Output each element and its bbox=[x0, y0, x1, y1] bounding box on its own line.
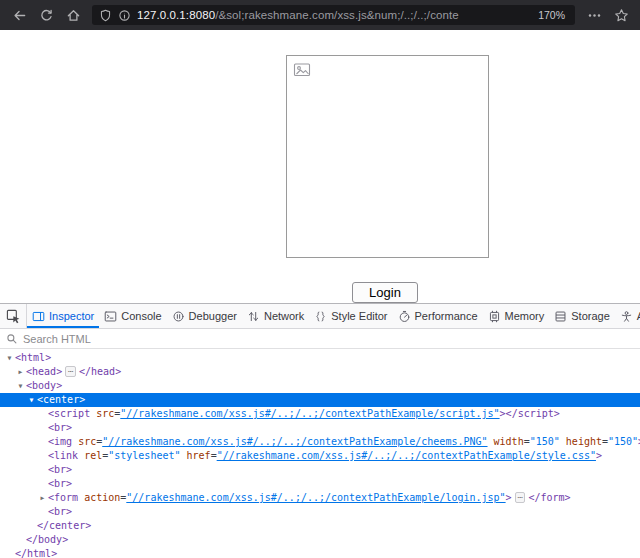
home-button[interactable] bbox=[60, 3, 86, 27]
tab-console[interactable]: Console bbox=[99, 304, 166, 328]
tab-network[interactable]: Network bbox=[242, 304, 309, 328]
tab-inspector[interactable]: Inspector bbox=[27, 304, 99, 328]
tab-style-editor[interactable]: Style Editor bbox=[309, 304, 392, 328]
tab-label: Network bbox=[264, 310, 304, 322]
markup-node-br[interactable]: <br> bbox=[0, 477, 640, 491]
markup-node-br[interactable]: <br> bbox=[0, 505, 640, 519]
bookmark-button[interactable] bbox=[608, 3, 634, 27]
tab-label: Performance bbox=[415, 310, 478, 322]
performance-icon bbox=[398, 310, 411, 323]
style-editor-icon bbox=[314, 310, 327, 323]
tab-accessibility[interactable]: Accessibility bbox=[615, 304, 640, 328]
console-icon bbox=[104, 310, 117, 323]
tab-performance[interactable]: Performance bbox=[393, 304, 483, 328]
pick-element-icon bbox=[6, 309, 21, 324]
web-page-viewport: Login bbox=[0, 30, 640, 303]
meatball-menu-icon bbox=[587, 8, 602, 23]
back-button[interactable] bbox=[6, 3, 32, 27]
tab-debugger[interactable]: Debugger bbox=[167, 304, 242, 328]
firefox-window: 127.0.0.1:8080/&sol;rakeshmane.com/xss.j… bbox=[0, 0, 640, 558]
collapsed-content-ellipsis[interactable]: ⋯ bbox=[515, 492, 526, 503]
tab-label: Inspector bbox=[49, 310, 94, 322]
url-host: 127.0.0.1:8080 bbox=[137, 9, 215, 21]
markup-node-link[interactable]: <link rel="stylesheet" href="//rakeshman… bbox=[0, 449, 640, 463]
tab-label: Debugger bbox=[189, 310, 237, 322]
broken-image-icon bbox=[293, 62, 311, 78]
debugger-icon bbox=[172, 310, 185, 323]
tab-label: Console bbox=[121, 310, 161, 322]
tab-storage[interactable]: Storage bbox=[549, 304, 615, 328]
pick-element-button[interactable] bbox=[0, 304, 27, 328]
markup-node-img[interactable]: <img src="//rakeshmane.com/xss.js#/..;/.… bbox=[0, 435, 640, 449]
markup-node-form[interactable]: ▶<form action="//rakeshmane.com/xss.js#/… bbox=[0, 491, 640, 505]
markup-node-head[interactable]: ▶<head>⋯</head> bbox=[0, 365, 640, 379]
markup-node-br[interactable]: <br> bbox=[0, 421, 640, 435]
bookmark-star-icon bbox=[614, 8, 629, 23]
zoom-indicator[interactable]: 170% bbox=[535, 8, 568, 22]
info-icon[interactable] bbox=[118, 9, 131, 22]
memory-icon bbox=[488, 310, 501, 323]
search-icon bbox=[6, 333, 18, 345]
expand-arrow-icon[interactable]: ▶ bbox=[15, 365, 26, 379]
markup-node-script[interactable]: <script src="//rakeshmane.com/xss.js#/..… bbox=[0, 407, 640, 421]
url-path: /&sol;rakeshmane.com/xss.js&num;/..;/..;… bbox=[215, 9, 459, 21]
page-actions-menu-button[interactable] bbox=[581, 3, 607, 27]
tab-label: Memory bbox=[505, 310, 545, 322]
markup-node-center-close[interactable]: </center> bbox=[0, 519, 640, 533]
devtools-panel: Inspector Console Debugger Network Style… bbox=[0, 303, 640, 558]
collapsed-content-ellipsis[interactable]: ⋯ bbox=[65, 366, 76, 377]
login-button[interactable]: Login bbox=[352, 282, 418, 303]
tab-label: Storage bbox=[571, 310, 610, 322]
tab-memory[interactable]: Memory bbox=[483, 304, 550, 328]
reload-icon bbox=[39, 8, 54, 23]
accessibility-icon bbox=[620, 310, 633, 323]
collapse-arrow-icon[interactable]: ▼ bbox=[15, 379, 26, 393]
home-icon bbox=[66, 8, 81, 23]
reload-button[interactable] bbox=[33, 3, 59, 27]
tab-label: Style Editor bbox=[331, 310, 387, 322]
url-bar[interactable]: 127.0.0.1:8080/&sol;rakeshmane.com/xss.j… bbox=[92, 5, 575, 25]
expand-arrow-icon[interactable]: ▶ bbox=[37, 491, 48, 505]
markup-node-br[interactable]: <br> bbox=[0, 463, 640, 477]
html-markup-tree: ▼<html>▶<head>⋯</head>▼<body>▼<center><s… bbox=[0, 349, 640, 558]
inspector-icon bbox=[32, 310, 45, 323]
network-icon bbox=[247, 310, 260, 323]
markup-node-body[interactable]: ▼<body> bbox=[0, 379, 640, 393]
devtools-search-bar bbox=[0, 329, 640, 349]
markup-node-html[interactable]: ▼<html> bbox=[0, 351, 640, 365]
browser-toolbar: 127.0.0.1:8080/&sol;rakeshmane.com/xss.j… bbox=[0, 0, 640, 30]
storage-icon bbox=[554, 310, 567, 323]
search-html-input[interactable] bbox=[23, 333, 634, 345]
url-text: 127.0.0.1:8080/&sol;rakeshmane.com/xss.j… bbox=[137, 9, 529, 21]
markup-node-body-close[interactable]: </body> bbox=[0, 533, 640, 547]
markup-node-center[interactable]: ▼<center> bbox=[0, 393, 640, 407]
devtools-tabbar: Inspector Console Debugger Network Style… bbox=[0, 304, 640, 329]
collapse-arrow-icon[interactable]: ▼ bbox=[26, 393, 37, 407]
collapse-arrow-icon[interactable]: ▼ bbox=[4, 351, 15, 365]
back-icon bbox=[12, 8, 27, 23]
shield-icon[interactable] bbox=[99, 9, 112, 22]
markup-node-html-close[interactable]: </html> bbox=[0, 547, 640, 558]
broken-image bbox=[286, 55, 489, 258]
